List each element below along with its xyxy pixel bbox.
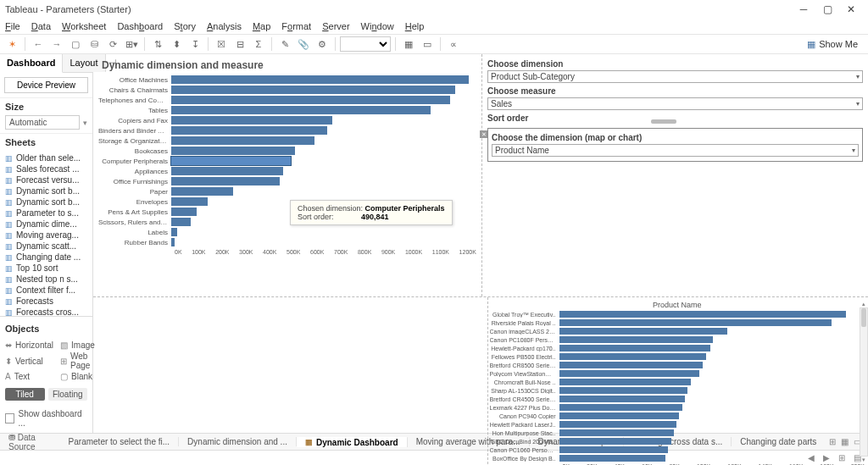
vertical-scrollbar[interactable]: ▴ ▾ [860,307,868,457]
bar-row[interactable]: Polycom ViewStation™ .. [490,369,865,378]
sheet-item[interactable]: ▥Dynamic scatt... [0,241,92,252]
bar[interactable] [559,429,674,436]
bar-row[interactable]: Fellowes PB500 Electri.. [490,352,865,361]
bar[interactable] [559,404,682,411]
bar-row[interactable]: Bretford CR4500 Series.. [490,395,865,403]
bar-row[interactable]: Bretford CR8500 Series.. [490,361,865,369]
object-text[interactable]: AText [5,372,53,381]
sort-asc-icon[interactable]: ⬍ [168,36,185,53]
sheet-item[interactable]: ▥Sales forecast ... [0,163,92,174]
sort-desc-icon[interactable]: ↧ [186,36,203,53]
forward-icon[interactable]: → [48,36,65,53]
maximize-icon[interactable]: ▢ [815,3,839,15]
menu-dashboard[interactable]: Dashboard [117,21,163,31]
bar-row[interactable]: Office Furnishings [98,176,476,186]
bar[interactable] [171,218,191,226]
totals-icon[interactable]: Σ [250,36,267,53]
swap-icon[interactable]: ⇅ [149,36,166,53]
bar[interactable] [171,208,197,216]
menu-analysis[interactable]: Analysis [207,21,242,31]
bar[interactable] [171,75,469,84]
sheet-item[interactable]: ▥Parameter to s... [0,208,92,219]
bar[interactable] [171,238,175,246]
share-icon[interactable]: ∝ [445,36,462,53]
empty-zone[interactable] [93,297,488,465]
chevron-down-icon[interactable]: ▾ [83,119,87,127]
sheet-item[interactable]: ▥Changing date ... [0,252,92,263]
bar[interactable] [559,455,665,462]
minimize-icon[interactable]: ─ [792,3,815,15]
size-select[interactable]: Automatic [5,115,80,130]
bar-row[interactable]: Bookcases [98,146,476,156]
bar[interactable] [171,167,283,175]
show-me-button[interactable]: Show Me [807,39,865,50]
bar-row[interactable]: Hon Multipurpose Stac.. [490,429,865,437]
back-icon[interactable]: ← [30,36,47,53]
bar[interactable] [559,446,669,453]
tiled-button[interactable]: Tiled [5,388,45,401]
product-chart-zone[interactable]: Product Name Global Troy™ Executiv..Rive… [488,297,868,465]
remove-icon[interactable]: ✕ [480,130,487,138]
sheet-item[interactable]: ▥Moving averag... [0,230,92,241]
bar-row[interactable]: BoxOffice By Design B.. [490,454,865,462]
bar[interactable] [171,177,280,185]
bar-row[interactable]: Canon imageCLASS 22.. [490,327,865,335]
highlight-icon[interactable]: ☒ [213,36,230,53]
group-icon[interactable]: ⊟ [231,36,248,53]
bar[interactable] [171,136,314,145]
bar-row[interactable]: Copiers and Fax [98,115,476,125]
bar[interactable] [171,116,332,125]
bar[interactable] [559,412,680,419]
object-vertical[interactable]: ⬍Vertical [5,352,53,370]
sheet-item[interactable]: ▥Top 10 sort [0,263,92,274]
main-chart-zone[interactable]: Dynamic dimension and measure Office Mac… [93,54,482,296]
sheet-item[interactable]: ▥Dynamic sort b... [0,185,92,197]
bar[interactable] [171,157,291,165]
bar-row[interactable]: Canon PC1080F Person.. [490,335,865,344]
bar[interactable] [559,379,691,385]
bar-row[interactable]: Hewlett-Packard cp170.. [490,344,865,352]
scroll-up-icon[interactable]: ▴ [860,301,867,307]
presentation-icon[interactable]: ▭ [419,36,436,53]
bar[interactable] [559,311,846,318]
bar-row[interactable]: Labels [98,227,476,237]
tableau-logo-icon[interactable]: ✶ [3,36,20,53]
bar-row[interactable]: Rubber Bands [98,237,476,247]
floating-button[interactable]: Floating [48,388,88,401]
menu-data[interactable]: Data [31,21,51,31]
menu-story[interactable]: Story [174,21,196,31]
refresh-icon[interactable]: ⟳ [104,36,121,53]
object-blank[interactable]: ▢Blank [60,372,95,381]
bar[interactable] [559,370,699,377]
object-web-page[interactable]: ⊞Web Page [60,352,95,370]
menu-server[interactable]: Server [322,21,349,31]
bar[interactable] [171,86,455,94]
labels-icon[interactable]: ✎ [276,36,293,53]
bar-row[interactable]: Global Troy™ Executiv.. [490,310,865,318]
bar[interactable] [559,328,727,335]
sheet-item[interactable]: ▥Forecasts [0,296,92,307]
tab-dashboard[interactable]: Dashboard [0,54,63,73]
menu-window[interactable]: Window [361,21,394,31]
bar-row[interactable]: Telephones and Comm... [98,95,476,105]
bar[interactable] [559,421,677,428]
sheet-item[interactable]: ▥Forecasts cros... [0,307,92,316]
sheet-item[interactable]: ▥Nested top n s... [0,274,92,285]
bar[interactable] [171,147,295,155]
sheet-item[interactable]: ▥Context filter f... [0,285,92,296]
bar[interactable] [171,126,327,135]
bar-row[interactable]: Binders and Binder Acc... [98,125,476,136]
pin-icon[interactable]: 📎 [295,36,312,53]
data-source-tab[interactable]: ⛃ Data Source [0,433,60,451]
bar[interactable] [171,106,431,114]
device-preview-button[interactable]: Device Preview [4,77,88,93]
menu-help[interactable]: Help [405,21,425,31]
bar[interactable] [559,353,706,360]
object-horizontal[interactable]: ⬌Horizontal [5,340,53,350]
bar-row[interactable]: Canon PC1060 Persona.. [490,446,865,454]
sheet-item[interactable]: ▥Forecast versu... [0,174,92,185]
bar[interactable] [559,319,832,326]
close-icon[interactable]: ✕ [839,3,863,15]
scroll-down-icon[interactable]: ▾ [860,457,867,463]
cards-icon[interactable]: ▦ [400,36,417,53]
